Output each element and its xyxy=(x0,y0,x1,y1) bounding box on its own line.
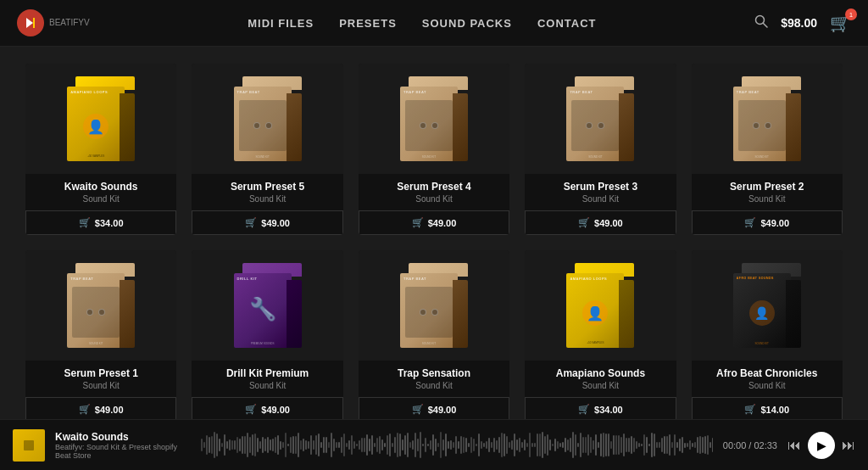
add-to-cart-kwaito-sounds[interactable]: 🛒 $34.00 xyxy=(25,210,176,235)
waveform-bar xyxy=(656,442,658,448)
nav-sound-packs[interactable]: SOUND PACKS xyxy=(422,17,512,30)
product-image-trap-sensation: TRAP BEAT SOUND KIT xyxy=(359,250,509,361)
waveform-bar xyxy=(631,436,632,454)
waveform-bar xyxy=(600,434,602,456)
waveform-bar xyxy=(364,438,365,451)
waveform-bar xyxy=(707,435,709,454)
add-to-cart-serum-preset-1[interactable]: 🛒 $49.00 xyxy=(25,397,176,422)
product-card-drill-kit-premium: DRILL KIT 🔧 PREMIUM SOUNDS Drill Kit Pre… xyxy=(192,250,342,422)
waveform-bar xyxy=(430,440,431,449)
player-track-info: Kwaito Sounds Beatifyv: Sound Kit & Pres… xyxy=(55,431,191,460)
waveform-bar xyxy=(331,433,332,456)
waveform-bar xyxy=(498,437,500,452)
add-to-cart-trap-sensation[interactable]: 🛒 $49.00 xyxy=(359,397,509,422)
nav-contact[interactable]: CONTACT xyxy=(537,17,597,30)
waveform-bar xyxy=(206,435,208,455)
box-side xyxy=(120,93,135,161)
player-controls: ⏮ ▶ ⏭ xyxy=(787,432,855,459)
waveform-bar xyxy=(374,443,376,446)
add-to-cart-serum-preset-5[interactable]: 🛒 $49.00 xyxy=(192,210,342,235)
product-image-serum-preset-5: TRAP BEAT SOUND KIT xyxy=(192,64,342,174)
waveform-bar xyxy=(623,434,625,456)
waveform-bar xyxy=(280,441,281,450)
waveform-bar xyxy=(394,437,396,452)
waveform-bar xyxy=(687,443,688,447)
product-box-afro-beat-chronicles: AFRO BEAT SOUNDS 👤 SOUND KIT xyxy=(733,263,801,348)
box-side xyxy=(453,280,468,348)
waveform-bar xyxy=(341,437,342,453)
waveform-bar xyxy=(519,438,520,451)
product-name-drill-kit-premium: Drill Kit Premium xyxy=(200,367,334,379)
product-box-amapiano-sounds: AMAPIANO LOOPS +50 SAMPLES 👤 xyxy=(566,263,634,348)
waveform-bar xyxy=(615,435,617,455)
waveform-bar xyxy=(643,434,645,456)
add-to-cart-afro-beat-chronicles[interactable]: 🛒 $14.00 xyxy=(692,397,843,422)
player-subtitle: Beatifyv: Sound Kit & Preset shopify Bea… xyxy=(55,443,191,460)
waveform-bar xyxy=(226,441,228,449)
waveform-bar xyxy=(544,436,546,454)
waveform-bar xyxy=(676,442,678,447)
waveform-bar xyxy=(580,433,581,457)
waveform-bar xyxy=(537,434,538,456)
waveform-bar xyxy=(509,442,510,447)
product-box-kwaito-sounds: AMAPIANO LOOPS +50 SAMPLES 👤 xyxy=(67,76,135,161)
waveform-bar xyxy=(249,437,251,452)
waveform-bar xyxy=(552,444,554,446)
waveform-bar xyxy=(549,439,551,450)
waveform-bar xyxy=(501,433,503,457)
waveform-bar xyxy=(567,439,569,451)
skip-back-button[interactable]: ⏮ xyxy=(787,438,801,453)
waveform-bar xyxy=(407,433,409,456)
add-to-cart-serum-preset-4[interactable]: 🛒 $49.00 xyxy=(359,210,509,235)
waveform-bar xyxy=(211,436,213,454)
waveform[interactable] xyxy=(201,430,713,460)
logo[interactable]: BEATIFYV xyxy=(17,9,90,36)
waveform-bar xyxy=(420,432,421,458)
waveform-bar xyxy=(381,439,383,450)
nav-presets[interactable]: PRESETS xyxy=(339,17,397,30)
waveform-bar xyxy=(577,443,579,447)
waveform-bar xyxy=(318,434,320,457)
waveform-bar xyxy=(442,439,444,450)
waveform-bar xyxy=(379,436,381,455)
product-image-amapiano-sounds: AMAPIANO LOOPS +50 SAMPLES 👤 xyxy=(525,250,676,361)
add-to-cart-drill-kit-premium[interactable]: 🛒 $49.00 xyxy=(192,397,342,422)
product-card-kwaito-sounds: AMAPIANO LOOPS +50 SAMPLES 👤 Kwaito Soun… xyxy=(25,64,176,235)
waveform-bar xyxy=(376,438,378,453)
cart-button[interactable]: 🛒 1 xyxy=(830,13,851,33)
waveform-bar xyxy=(664,436,665,455)
waveform-bar xyxy=(585,437,587,453)
cart-btn-icon: 🛒 xyxy=(412,404,424,415)
product-image-serum-preset-1: TRAP BEAT SOUND KIT xyxy=(25,250,176,361)
play-button[interactable]: ▶ xyxy=(808,432,835,459)
search-icon[interactable] xyxy=(754,14,768,31)
waveform-bar xyxy=(666,436,668,453)
add-to-cart-serum-preset-3[interactable]: 🛒 $49.00 xyxy=(525,210,676,235)
waveform-bar xyxy=(214,432,215,458)
product-price-drill-kit-premium: $49.00 xyxy=(261,405,290,415)
add-to-cart-amapiano-sounds[interactable]: 🛒 $34.00 xyxy=(525,397,676,422)
box-front: TRAP BEAT SOUND KIT xyxy=(400,273,458,348)
waveform-bar xyxy=(308,441,309,449)
product-info-serum-preset-1: Serum Preset 1 Sound Kit xyxy=(25,361,176,397)
waveform-bar xyxy=(570,438,571,452)
skip-forward-button[interactable]: ⏭ xyxy=(842,438,855,453)
waveform-bar xyxy=(610,441,612,450)
waveform-bar xyxy=(524,439,526,450)
waveform-bar xyxy=(582,437,584,454)
product-type-afro-beat-chronicles: Sound Kit xyxy=(700,381,834,390)
waveform-bar xyxy=(572,432,574,457)
product-name-serum-preset-4: Serum Preset 4 xyxy=(367,181,501,193)
box-side xyxy=(453,93,468,161)
add-to-cart-serum-preset-2[interactable]: 🛒 $49.00 xyxy=(692,210,843,235)
waveform-bar xyxy=(432,434,434,456)
nav-midi-files[interactable]: MIDI FILES xyxy=(248,17,314,30)
waveform-bar xyxy=(397,433,398,457)
waveform-bar xyxy=(659,442,660,448)
waveform-bar xyxy=(470,437,472,453)
waveform-bar xyxy=(608,434,609,457)
waveform-bar xyxy=(697,437,698,452)
waveform-bar xyxy=(328,442,330,448)
player-bar: Kwaito Sounds Beatifyv: Sound Kit & Pres… xyxy=(0,419,868,470)
waveform-bar xyxy=(392,443,393,447)
